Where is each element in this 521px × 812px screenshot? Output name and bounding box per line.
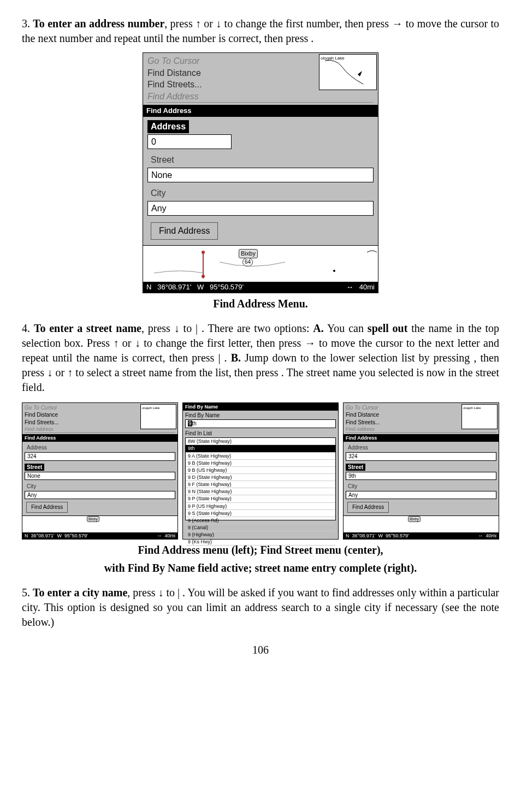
find-address-button[interactable]: Find Address (347, 502, 389, 513)
street-input[interactable]: None (25, 472, 175, 481)
figure1-caption: Find Address Menu. (22, 297, 499, 311)
scale-arrows-icon: ↔ (346, 283, 353, 291)
scale-arrows-icon: ↔ (157, 533, 162, 538)
list-item[interactable]: 9 F (State Highway) (186, 481, 335, 488)
step3-paragraph: 3. To enter an address number, press ↑ o… (22, 16, 499, 46)
address-input[interactable]: 324 (25, 452, 175, 461)
window-title: Find Address (143, 105, 378, 117)
address-input[interactable]: 0 (147, 134, 232, 150)
find-address-screenshot-large: Go To Cursor Find Distance Find Streets.… (143, 52, 378, 293)
list-item[interactable]: 9 (Canal) (186, 524, 335, 531)
city-input[interactable]: Any (25, 491, 175, 500)
window-title: Find By Name (183, 403, 338, 411)
town-label-bixby: Bixby (87, 516, 99, 522)
list-item[interactable]: 9 S (State Highway) (186, 510, 335, 517)
svg-point-1 (202, 251, 205, 254)
step4-paragraph: 4. To enter a street name, press ↓ to | … (22, 321, 499, 395)
address-input[interactable]: 324 (346, 452, 496, 461)
context-menu-left: Go To Cursor Find Distance Find Streets.… (22, 403, 177, 435)
svg-point-2 (202, 275, 205, 278)
map-strip: Bixby 64 (143, 245, 378, 282)
window-title: Find Address (22, 434, 177, 442)
form-left: Address 324 Street None City Any Find Ad… (22, 442, 177, 515)
map-strip-right: Bixby (344, 515, 499, 532)
window-title: Find Address (344, 434, 499, 442)
mini-map-preview: ologah Lake (461, 404, 498, 429)
list-item[interactable]: 9 (Highway) (186, 531, 335, 538)
street-list[interactable]: 8W (State Highway)9th9 A (State Highway)… (185, 437, 336, 520)
list-item[interactable]: 9 B (US Highway) (186, 467, 335, 474)
address-label: Address (346, 444, 370, 452)
status-bar-right: N 36°08.971' W 95°50.579' ↔ 40mi (344, 532, 499, 539)
find-in-list-label: Find In List (185, 430, 336, 437)
street-label: Street (346, 464, 365, 471)
address-label: Address (25, 444, 49, 452)
find-by-name-center: Find By Name Find By Name 9th Find In Li… (182, 402, 339, 540)
find-address-button[interactable]: Find Address (151, 222, 218, 240)
find-address-left: Go To Cursor Find Distance Find Streets.… (22, 402, 178, 540)
list-item[interactable]: 9 N (State Highway) (186, 488, 335, 495)
name-input[interactable]: 9th (185, 419, 336, 428)
street-input[interactable]: None (147, 168, 374, 183)
city-label: City (346, 483, 359, 490)
form-right: Address 324 Street 9th City Any Find Add… (344, 442, 499, 515)
svg-point-3 (333, 270, 335, 272)
city-input[interactable]: Any (346, 491, 496, 500)
step5-paragraph: 5. To enter a city name, press ↓ to | . … (22, 585, 499, 630)
lake-outline-icon (319, 58, 372, 85)
status-bar: N 36°08.971' W 95°50.579' ↔ 40mi (143, 282, 378, 293)
figure2-caption-line2: with Find By Name field active; street n… (22, 561, 499, 576)
list-item[interactable]: 8W (State Highway) (186, 438, 335, 445)
city-label: City (147, 187, 169, 200)
find-by-name-label: Find By Name (185, 412, 336, 419)
context-menu-right: Go To Cursor Find Distance Find Streets.… (344, 403, 499, 435)
page-number: 106 (22, 643, 499, 657)
map-lines-icon (143, 246, 378, 282)
context-menu: Go To Cursor Find Distance Find Streets.… (143, 53, 378, 105)
street-input[interactable]: 9th (346, 472, 496, 481)
list-item[interactable]: 9 D (State Highway) (186, 474, 335, 481)
list-item[interactable]: 9 A (State Highway) (186, 453, 335, 460)
mini-map-preview: ologah Lake (140, 404, 176, 429)
find-address-form: Address 0 Street None City Any Find Addr… (143, 117, 378, 245)
city-label: City (25, 483, 38, 490)
find-address-right: Go To Cursor Find Distance Find Streets.… (343, 402, 499, 540)
address-label: Address (147, 120, 189, 133)
list-item[interactable]: 9 (Access Rd) (186, 517, 335, 524)
mini-map-preview: ologah Lake (319, 54, 377, 90)
street-label: Street (147, 153, 177, 167)
status-bar-left: N 36°08.971' W 95°50.579' ↔ 40mi (22, 532, 177, 539)
scale-arrows-icon: ↔ (478, 533, 483, 538)
list-item[interactable]: 9 P (State Highway) (186, 495, 335, 502)
find-address-button[interactable]: Find Address (26, 502, 68, 513)
figure2-caption-line1: Find Address menu (left); Find Street me… (22, 543, 499, 558)
triple-screenshot-row: Go To Cursor Find Distance Find Streets.… (22, 402, 499, 540)
city-input[interactable]: Any (147, 201, 374, 216)
list-item[interactable]: 9 P (US Highway) (186, 503, 335, 510)
list-item[interactable]: 9th (186, 445, 335, 452)
town-label-bixby: Bixby (408, 516, 421, 522)
map-strip-left: Bixby (22, 515, 177, 532)
street-label: Street (25, 464, 44, 471)
form-center: Find By Name 9th Find In List 8W (State … (183, 411, 338, 539)
list-item[interactable]: 9 B (State Highway) (186, 460, 335, 467)
menu-item-find-address[interactable]: Find Address (147, 91, 374, 103)
